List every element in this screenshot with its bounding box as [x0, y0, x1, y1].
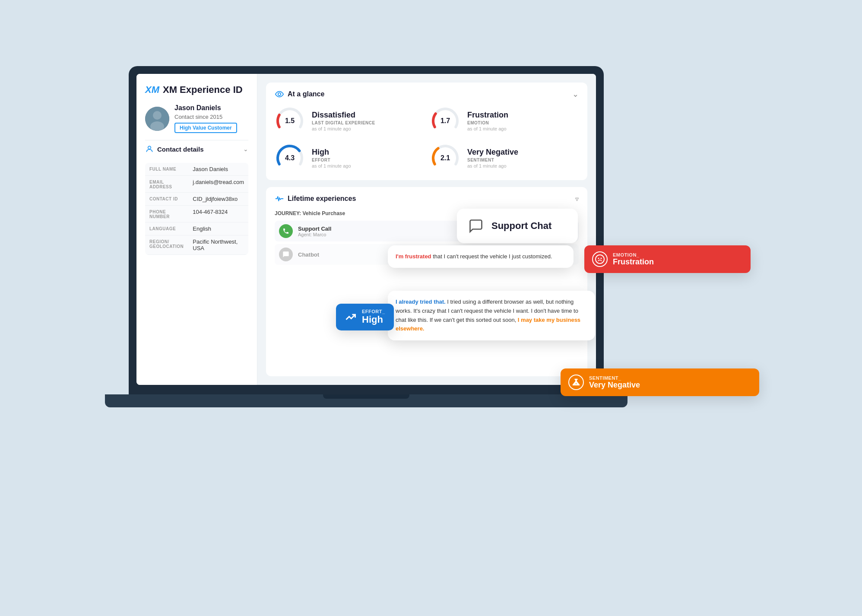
- metric-sublabel: EMOTION: [467, 121, 508, 125]
- effort-main: High: [362, 314, 385, 325]
- metric-time: as of 1 minute ago: [467, 163, 518, 168]
- metric-label: Frustration: [467, 111, 508, 120]
- contact-row: EMAIL ADDRESS j.daniels@tread.com: [145, 176, 248, 193]
- emotion-sublabel: EMOTION_: [613, 252, 654, 257]
- scene: XM XM Experience ID: [86, 49, 776, 567]
- metric-label: High: [312, 148, 351, 157]
- avatar: [145, 107, 169, 131]
- contact-value: Jason Daniels: [188, 163, 248, 176]
- contact-label: FULL NAME: [145, 163, 188, 176]
- msg2-highlight: I already tried that.: [396, 298, 446, 305]
- at-a-glance-header: At a glance ⌄: [275, 89, 579, 99]
- lifetime-exp-header: Lifetime experiences ▿: [275, 194, 579, 203]
- high-value-badge[interactable]: High Value Customer: [174, 123, 237, 133]
- contact-row: FULL NAME Jason Daniels: [145, 163, 248, 176]
- profile-name: Jason Daniels: [174, 104, 237, 112]
- contact-details-chevron[interactable]: ⌄: [243, 146, 248, 152]
- xm-logo: XM: [145, 84, 159, 95]
- sentiment-badge: SENTIMENT_ Very Negative: [561, 368, 759, 396]
- metric-label: Very Negative: [467, 148, 518, 157]
- emotion-badge: EMOTION_ Frustration: [584, 245, 751, 273]
- contact-row: PHONE NUMBER 104-467-8324: [145, 206, 248, 222]
- svg-point-4: [278, 93, 281, 95]
- contact-value: English: [188, 222, 248, 235]
- left-panel: XM XM Experience ID: [136, 74, 257, 385]
- effort-badge: EFFORT_ High: [336, 304, 394, 330]
- metric-card: 4.3 High EFFORT as of 1 minute ago: [275, 143, 423, 173]
- metric-time: as of 1 minute ago: [467, 126, 508, 131]
- contact-row: CONTACT ID CID_jldjfoiew38xo: [145, 193, 248, 206]
- metric-card: 2.1 Very Negative SENTIMENT as of 1 minu…: [430, 143, 579, 173]
- metric-info: Very Negative SENTIMENT as of 1 minute a…: [467, 148, 518, 168]
- effort-sublabel: EFFORT_: [362, 309, 385, 314]
- contact-label: CONTACT ID: [145, 193, 188, 206]
- support-chat-card: Support Chat: [457, 209, 578, 243]
- metric-info: Frustration EMOTION as of 1 minute ago: [467, 111, 508, 131]
- laptop-base: [105, 394, 627, 407]
- contact-value: j.daniels@tread.com: [188, 176, 248, 193]
- msg1-rest: that I can't request the vehicle I just …: [431, 253, 552, 260]
- svg-text:4.3: 4.3: [285, 154, 295, 162]
- chat-message-1: I'm frustrated that I can't request the …: [388, 245, 574, 268]
- svg-point-10: [598, 258, 599, 259]
- contact-label: LANGUAGE: [145, 222, 188, 235]
- eye-icon: [275, 89, 284, 99]
- sentiment-text: SENTIMENT_ Very Negative: [589, 375, 640, 390]
- call-icon-wrap: [279, 224, 293, 238]
- svg-point-1: [153, 111, 162, 120]
- contact-row: REGION/ GEOLOCATION Pacific Northwest, U…: [145, 235, 248, 255]
- contact-label: EMAIL ADDRESS: [145, 176, 188, 193]
- metric-info: Dissatisfied LAST DIGITAL EXPERIENCE as …: [312, 111, 375, 131]
- svg-point-9: [596, 255, 604, 264]
- profile-info: Jason Daniels Contact since 2015 High Va…: [174, 104, 237, 133]
- sentiment-icon: [568, 375, 584, 390]
- svg-text:1.5: 1.5: [285, 117, 295, 124]
- effort-text: EFFORT_ High: [362, 309, 385, 325]
- app-title: XM Experience ID: [163, 84, 243, 95]
- gauge-svg: 1.7: [430, 106, 460, 136]
- contact-details-title: Contact details: [145, 145, 204, 153]
- sentiment-main: Very Negative: [589, 381, 640, 390]
- metric-time: as of 1 minute ago: [312, 126, 375, 131]
- svg-point-11: [601, 258, 602, 259]
- chatbot-icon-wrap: [279, 248, 293, 261]
- sentiment-sublabel: SENTIMENT_: [589, 375, 640, 381]
- contact-table: FULL NAME Jason Daniels EMAIL ADDRESS j.…: [145, 163, 248, 255]
- metric-sublabel: EFFORT: [312, 158, 351, 162]
- person-icon: [145, 145, 154, 153]
- pulse-icon: [275, 194, 284, 203]
- xm-header: XM XM Experience ID: [145, 84, 248, 95]
- at-a-glance-chevron[interactable]: ⌄: [572, 89, 579, 99]
- metrics-grid: 1.5 Dissatisfied LAST DIGITAL EXPERIENCE…: [275, 106, 579, 173]
- svg-text:2.1: 2.1: [441, 154, 450, 162]
- metric-sublabel: LAST DIGITAL EXPERIENCE: [312, 121, 375, 125]
- metric-card: 1.5 Dissatisfied LAST DIGITAL EXPERIENCE…: [275, 106, 423, 136]
- at-a-glance-title: At a glance: [275, 89, 324, 99]
- support-chat-label: Support Chat: [491, 220, 551, 232]
- svg-text:1.7: 1.7: [441, 117, 450, 124]
- contact-value: 104-467-8324: [188, 206, 248, 222]
- contact-value: CID_jldjfoiew38xo: [188, 193, 248, 206]
- contact-row: LANGUAGE English: [145, 222, 248, 235]
- emotion-text: EMOTION_ Frustration: [613, 252, 654, 267]
- metric-sublabel: SENTIMENT: [467, 158, 518, 162]
- metric-label: Dissatisfied: [312, 111, 375, 120]
- msg1-highlight: I'm frustrated: [396, 253, 431, 260]
- contact-value: Pacific Northwest, USA: [188, 235, 248, 255]
- contact-label: REGION/ GEOLOCATION: [145, 235, 188, 255]
- contact-label: PHONE NUMBER: [145, 206, 188, 222]
- effort-icon: [345, 311, 357, 323]
- profile-section: Jason Daniels Contact since 2015 High Va…: [145, 104, 248, 133]
- at-a-glance-section: At a glance ⌄ 1.5 Dissatisfied LAST DIGI…: [266, 83, 587, 180]
- gauge-svg: 4.3: [275, 143, 305, 173]
- filter-icon[interactable]: ▿: [575, 195, 579, 203]
- contact-details-header[interactable]: Contact details ⌄: [145, 140, 248, 156]
- profile-since: Contact since 2015: [174, 114, 237, 120]
- metric-info: High EFFORT as of 1 minute ago: [312, 148, 351, 168]
- gauge-svg: 1.5: [275, 106, 305, 136]
- svg-point-3: [148, 146, 151, 149]
- chat-message-2: I already tried that. I tried using a di…: [388, 291, 595, 340]
- chat-icon-wrap: [467, 217, 485, 235]
- emotion-face-icon: [592, 251, 608, 267]
- emotion-main: Frustration: [613, 257, 654, 267]
